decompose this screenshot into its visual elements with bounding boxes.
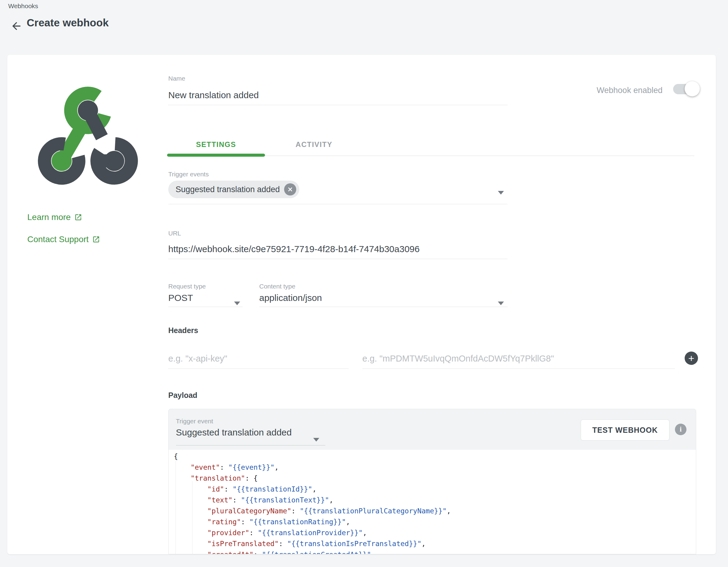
external-link-icon (74, 213, 82, 221)
request-type-label: Request type (168, 283, 206, 290)
chip-remove-button[interactable] (284, 183, 296, 196)
payload-panel: Trigger event Suggested translation adde… (168, 409, 696, 554)
webhook-enabled-label: Webhook enabled (515, 86, 663, 95)
chevron-down-icon[interactable] (234, 301, 240, 305)
payload-title: Payload (168, 391, 197, 400)
webhook-enabled-toggle-thumb[interactable] (685, 81, 700, 96)
payload-trigger-event-underline (176, 445, 325, 445)
payload-trigger-event-label: Trigger event (176, 418, 213, 425)
payload-code-lines: { "event": "{{event}}", "translation": {… (174, 451, 696, 554)
tab-settings[interactable]: SETTINGS (167, 133, 265, 156)
trigger-events-label: Trigger events (168, 171, 209, 178)
chevron-down-icon[interactable] (498, 191, 504, 195)
learn-more-label: Learn more (27, 213, 71, 222)
page-title: Create webhook (27, 17, 109, 29)
breadcrumb[interactable]: Webhooks (8, 2, 38, 10)
content-type-select[interactable]: application/json (259, 293, 322, 303)
content-type-label: Content type (259, 283, 295, 290)
trigger-events-underline (168, 204, 508, 204)
add-header-button[interactable]: + (685, 351, 698, 365)
url-label: URL (168, 230, 181, 237)
arrow-left-icon (10, 20, 22, 32)
info-glyph: i (680, 425, 682, 433)
chevron-down-icon[interactable] (498, 301, 504, 305)
tab-activity[interactable]: ACTIVITY (265, 133, 363, 156)
header-key-input[interactable] (168, 348, 349, 369)
info-icon[interactable]: i (675, 424, 686, 435)
payload-trigger-event-select[interactable]: Suggested translation added (176, 427, 292, 438)
external-link-icon (92, 236, 100, 243)
name-label: Name (168, 75, 185, 82)
plus-icon: + (688, 353, 694, 363)
webhook-logo (27, 78, 149, 195)
name-input[interactable] (168, 86, 508, 105)
url-input[interactable] (168, 240, 508, 259)
contact-support-label: Contact Support (27, 235, 89, 244)
active-tab-indicator (167, 154, 265, 157)
payload-code-editor[interactable]: { "event": "{{event}}", "translation": {… (169, 450, 696, 554)
trigger-event-chip-label: Suggested translation added (176, 185, 280, 194)
create-webhook-page: Webhooks Create webhook Learn more (0, 0, 728, 567)
contact-support-link[interactable]: Contact Support (27, 235, 100, 244)
trigger-event-chip[interactable]: Suggested translation added (168, 181, 299, 198)
chevron-down-icon[interactable] (313, 438, 319, 441)
headers-title: Headers (168, 326, 198, 335)
request-type-select[interactable]: POST (168, 293, 193, 303)
test-webhook-button[interactable]: TEST WEBHOOK (581, 419, 669, 441)
tab-bar: SETTINGS ACTIVITY (167, 133, 694, 156)
webhook-card: Learn more Contact Support Name Webhook … (7, 55, 716, 554)
close-icon (287, 186, 293, 193)
header-value-input[interactable] (362, 348, 675, 369)
learn-more-link[interactable]: Learn more (27, 213, 82, 222)
back-button[interactable] (10, 20, 22, 32)
